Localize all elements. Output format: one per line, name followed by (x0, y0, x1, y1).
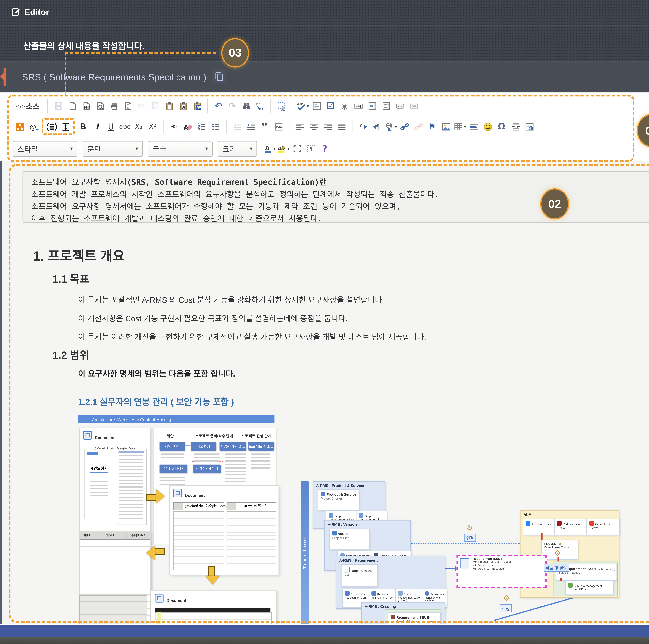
description-row: 산출물의 상세 내용을 작성합니다. Help? (0, 26, 649, 61)
editor-window: Editor 산출물의 상세 내용을 작성합니다. Help? SRS ( So… (0, 0, 649, 644)
app-title: Editor (24, 7, 49, 17)
annotation-badge-02: 02 (540, 188, 569, 219)
app-title-wrap: Editor (11, 7, 49, 17)
bottom-footer-bar (0, 637, 649, 644)
annotation-03-line (65, 52, 216, 54)
copy-title-button[interactable] (212, 69, 226, 83)
editor-toolbar: </>소스PDF✂AW↶↷abacABC▾☑◉ab|xxxab @+BIUabc… (0, 92, 649, 161)
editor-content[interactable]: 소프트웨어 요구사항 명세서(SRS, Software Requirement… (0, 161, 649, 624)
copy-icon (215, 72, 223, 80)
annotation-badge-03: 03 (221, 38, 249, 68)
document-title: SRS ( Software Requirements Specificatio… (22, 72, 206, 83)
title-accent-icon (3, 68, 6, 86)
annotation-03-line-v (65, 52, 67, 95)
bottom-blue-bar (0, 624, 649, 638)
edit-pencil-icon (11, 7, 20, 16)
annotation-01-box (7, 95, 634, 162)
document-title-row: SRS ( Software Requirements Specificatio… (0, 61, 649, 92)
page-description: 산출물의 상세 내용을 작성합니다. (23, 39, 144, 51)
app-header: Editor 산출물의 상세 내용을 작성합니다. Help? SRS ( So… (0, 0, 649, 92)
annotation-02-box (9, 164, 649, 623)
titlebar-row: Editor (0, 0, 649, 26)
